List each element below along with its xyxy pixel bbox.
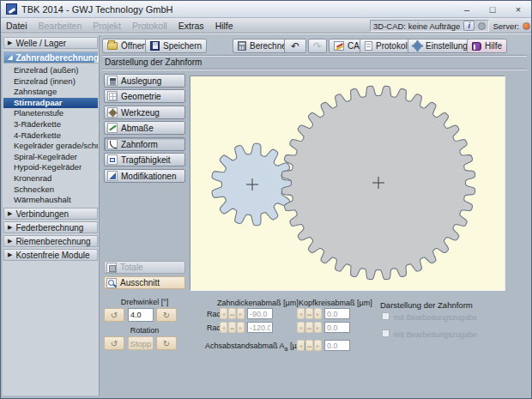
zahndicken-header: Zahndickenabmaß [µm]: [217, 299, 299, 307]
geometrie-grid-icon: [107, 91, 118, 101]
sidebar-section-riemenberechnung[interactable]: ▶ Riemenberechnung: [3, 235, 98, 247]
save-button[interactable]: Speichern: [145, 39, 207, 53]
menu-projekt: Projekt: [93, 21, 121, 31]
stepper-dec-icon: ◄: [297, 322, 305, 333]
rotate-ccw-button[interactable]: ↺: [104, 308, 124, 322]
rad1-zahndicken-field[interactable]: [247, 308, 273, 319]
nav-auslegung-button[interactable]: Auslegung: [104, 74, 185, 88]
close-button[interactable]: ×: [512, 4, 524, 15]
nav-label: Zahnform: [121, 140, 158, 149]
drehwinkel-label: Drehwinkel [°]: [104, 298, 185, 306]
sidebar-item-kronenrad[interactable]: Kronenrad: [3, 173, 98, 184]
sidebar-item-spiral-kegelraeder[interactable]: Spiral-Kegelräder: [3, 152, 98, 163]
undo-button[interactable]: ↶: [284, 39, 306, 53]
menu-datei[interactable]: Datei: [6, 21, 27, 31]
nav-abmasse-button[interactable]: Abmaße: [104, 121, 185, 135]
stepper-mid-icon: ▬: [305, 308, 313, 319]
stepper-mid-icon: ▬: [305, 322, 313, 333]
nav-werkzeug-button[interactable]: Werkzeug: [104, 106, 185, 119]
sidebar-item-hypoid-kegelraeder[interactable]: Hypoid-Kegelräder: [3, 162, 98, 173]
rad2-zahndicken-stepper: ◄ ▬ ►: [220, 322, 245, 333]
display-options-title: Darstellung der Zahnform: [380, 300, 473, 310]
sidebar-section-federberechnung[interactable]: ▶ Federberechnung: [3, 221, 98, 233]
rad2-kopfkreis-field[interactable]: [324, 322, 350, 333]
sidebar-item-schnecken[interactable]: Schnecken: [3, 184, 98, 196]
stopp-button: Stopp: [128, 336, 154, 350]
nav-label: Tragfähigkeit: [121, 155, 170, 165]
totale-label: Totale: [120, 263, 143, 272]
sidebar-section-zahnradberechnung[interactable]: ◢ Zahnradberechnung: [3, 51, 98, 63]
sidebar-item-zahnstange[interactable]: Zahnstange: [3, 87, 98, 98]
main-content: Darstellung der Zahnform Auslegung Geome…: [100, 54, 529, 396]
sidebar-item-kegelraeder[interactable]: Kegelräder gerade/schräg: [3, 141, 98, 152]
nav-zahnform-button[interactable]: Zahnform: [104, 137, 185, 151]
info-button[interactable]: i: [463, 21, 475, 31]
nav-tragfaehigkeit-button[interactable]: Tragfähigkeit: [104, 153, 185, 166]
stepper-inc-icon: ►: [237, 322, 245, 333]
rotate-ccw-icon: ↺: [111, 339, 118, 348]
triangle-collapsed-icon: ▶: [8, 238, 12, 245]
ausschnitt-button[interactable]: Ausschnitt: [104, 276, 185, 289]
sidebar-item-einzelrad-aussen[interactable]: Einzelrad (außen): [3, 65, 98, 76]
rad1-kopfkreis-stepper: ◄ ▬ ►: [297, 308, 322, 319]
gear-canvas[interactable]: [190, 76, 505, 291]
bearbeitungszugabe-label-2: mit Bearbeitungszugabe: [394, 330, 477, 339]
rad1-zahndicken-stepper: ◄ ▬ ►: [220, 308, 245, 319]
nav-modifikationen-button[interactable]: Modifikationen: [104, 169, 185, 183]
nav-geometrie-button[interactable]: Geometrie: [104, 89, 185, 103]
sidebar-section-kostenfreie-module[interactable]: ▶ Kostenfreie Module: [3, 249, 98, 261]
rotation-ccw-button[interactable]: ↺: [104, 336, 124, 350]
magnifier-icon: [106, 278, 117, 288]
nav-label: Abmaße: [121, 124, 154, 133]
sidebar-item-3-raederkette[interactable]: 3-Räderkette: [3, 119, 98, 130]
nav-label: Geometrie: [121, 92, 161, 101]
stepper-inc-icon: ►: [314, 340, 322, 351]
menu-hilfe[interactable]: Hilfe: [215, 21, 233, 31]
bearbeitungszugabe-checkbox-1: [382, 312, 390, 320]
sidebar-item-waermehaushalt[interactable]: Wärmehaushalt: [3, 195, 98, 206]
achsabstand-field[interactable]: [324, 340, 350, 351]
rotate-cw-button[interactable]: ↻: [156, 308, 177, 322]
triangle-collapsed-icon: ▶: [8, 251, 12, 258]
sidebar-section-welle-lager[interactable]: ▶ Welle / Lager: [3, 37, 98, 49]
bearbeitungszugabe-checkbox-2: [382, 329, 390, 337]
rotation-label: Rotation: [104, 326, 185, 335]
ausschnitt-label: Ausschnitt: [120, 278, 160, 287]
rotate-cw-icon: ↻: [163, 311, 170, 320]
menu-bearbeiten: Bearbeiten: [39, 21, 82, 31]
menubar: Datei Bearbeiten Projekt Protokoll Extra…: [1, 18, 532, 33]
sidebar-item-stirnradpaar[interactable]: Stirnradpaar: [3, 98, 98, 109]
tragfaehigkeit-icon: [107, 154, 118, 165]
sidebar-item-planetenstufe[interactable]: Planetenstufe: [3, 108, 98, 119]
rotation-cw-button[interactable]: ↻: [156, 336, 177, 350]
document-icon: [365, 41, 372, 51]
protocol-button[interactable]: Protokoll: [360, 39, 414, 53]
drehwinkel-input[interactable]: [128, 308, 154, 322]
maximize-button[interactable]: □: [487, 4, 499, 15]
sidebar-item-einzelrad-innen[interactable]: Einzelrad (innen): [3, 76, 98, 88]
redo-icon: ↷: [313, 42, 322, 51]
gear-canvas-svg: [190, 76, 505, 290]
menu-protokoll: Protokoll: [132, 21, 167, 31]
nav-label: Modifikationen: [121, 172, 176, 181]
rad2-zahndicken-field[interactable]: [247, 322, 273, 333]
menu-extras[interactable]: Extras: [178, 21, 204, 31]
window-controls: – □ ×: [461, 4, 528, 15]
modifikationen-icon: [107, 171, 118, 181]
sidebar-item-list: Einzelrad (außen) Einzelrad (innen) Zahn…: [3, 65, 98, 206]
sidebar-section-verbindungen[interactable]: ▶ Verbindungen: [3, 208, 98, 220]
section-label: Federberechnung: [15, 223, 83, 233]
triangle-expanded-icon: ◢: [8, 54, 12, 61]
stepper-inc-icon: ►: [314, 322, 322, 333]
cad-led-icon: [478, 22, 486, 30]
section-label: Kostenfreie Module: [15, 251, 89, 260]
help-book-icon: [472, 42, 481, 51]
sidebar-item-4-raederkette[interactable]: 4-Räderkette: [3, 130, 98, 142]
help-button[interactable]: Hilfe: [467, 39, 507, 53]
cad-status-text: 3D-CAD: keine Aufträge: [373, 21, 460, 31]
app-logo-icon: [6, 3, 17, 15]
rad1-kopfkreis-field[interactable]: [324, 308, 350, 319]
minimize-button[interactable]: –: [461, 4, 473, 15]
abmasse-icon: [107, 123, 118, 133]
achsabstand-label: Achsabstandsabmaß Aa [µm]: [205, 342, 305, 352]
